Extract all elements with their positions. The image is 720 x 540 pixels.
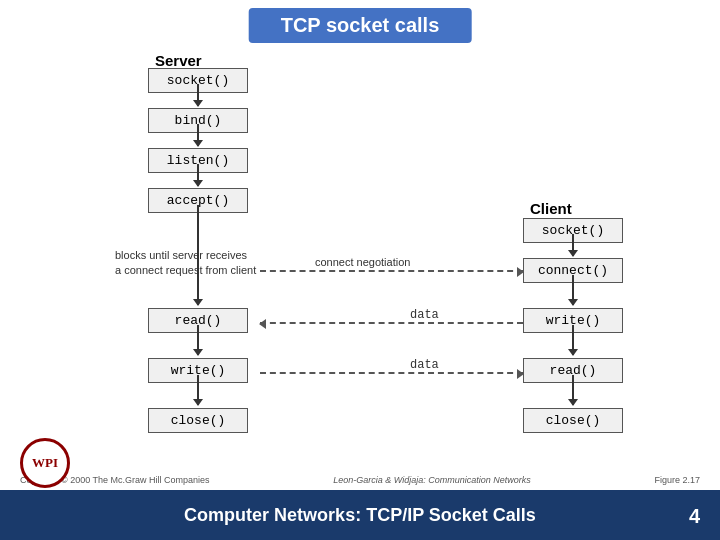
footer: Copyright © 2000 The Mc.Graw Hill Compan… <box>0 475 720 485</box>
connect-negotiation-label: connect negotiation <box>315 256 410 268</box>
client-close-box: close() <box>523 408 623 433</box>
arrow-cwrite-cread <box>572 325 574 355</box>
arrow-connect-cwrite <box>572 275 574 305</box>
page-number: 4 <box>689 505 700 528</box>
reference-text: Leon-Garcia & Widjaja: Communication Net… <box>333 475 531 485</box>
arrow-read-write <box>197 325 199 355</box>
figure-label: Figure 2.17 <box>654 475 700 485</box>
client-label: Client <box>530 200 572 217</box>
server-label: Server <box>155 52 202 69</box>
wpi-logo: WPI <box>15 440 75 485</box>
data-label-2: data <box>410 358 439 372</box>
data-line-1 <box>260 322 523 324</box>
blocks-text: blocks until server receivesa connect re… <box>115 248 256 279</box>
data-label-1: data <box>410 308 439 322</box>
page-title: TCP socket calls <box>249 8 472 43</box>
data-line-2 <box>260 372 523 374</box>
arrow-listen-accept <box>197 164 199 186</box>
arrow-write-close <box>197 375 199 405</box>
arrow-socket-bind <box>197 84 199 106</box>
arrow-csocket-connect <box>572 234 574 256</box>
bottom-bar: Computer Networks: TCP/IP Socket Calls <box>0 490 720 540</box>
arrow-cread-cclose <box>572 375 574 405</box>
bottom-bar-title: Computer Networks: TCP/IP Socket Calls <box>184 505 536 526</box>
arrow-bind-listen <box>197 124 199 146</box>
server-close-box: close() <box>148 408 248 433</box>
wpi-circle-icon: WPI <box>20 438 70 488</box>
connect-negotiation-line <box>260 270 523 272</box>
